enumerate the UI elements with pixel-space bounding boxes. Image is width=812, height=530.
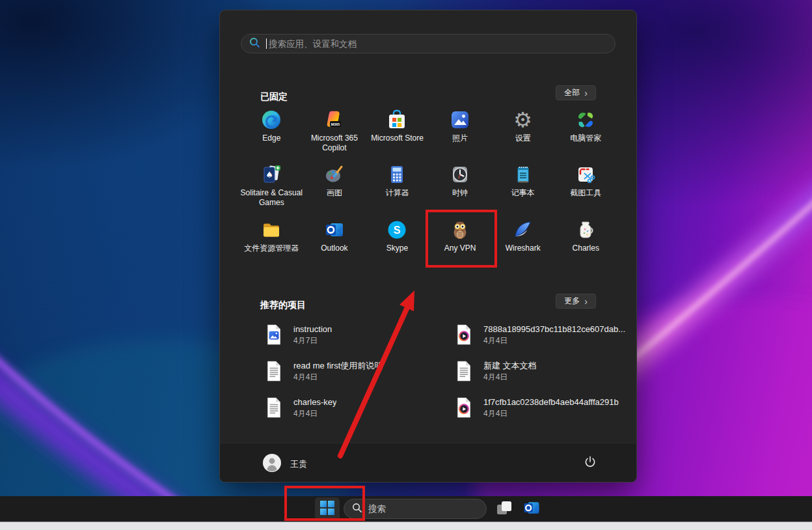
app-tile-snipping-tool[interactable]: 截图工具 [554,163,617,218]
file-name: 1f7cfb1ac0238defb4aeb44afffa291b [483,397,619,408]
app-tile-photos[interactable]: 照片 [429,108,492,163]
file-explorer-icon [261,219,282,240]
text-file-icon [265,397,282,418]
background-window-strip [0,522,812,530]
app-label: Outlook [321,244,347,253]
app-label: 时钟 [452,188,468,198]
taskbar [0,496,812,522]
settings-gear-icon: ⚙ [513,109,534,130]
pinned-app-grid: Edge M365 Microsoft 365 Copilot [240,108,617,273]
app-tile-skype[interactable]: S Skype [366,218,429,273]
snipping-tool-icon [575,164,596,185]
app-tile-calculator[interactable]: 计算器 [366,163,429,218]
app-tile-any-vpn[interactable]: Any VPN [429,218,492,273]
start-search-input[interactable] [269,39,607,49]
media-file-icon [455,324,472,345]
file-date: 4月4日 [483,335,625,346]
text-file-icon [455,361,472,382]
avatar-icon [263,454,281,475]
app-label: 文件资源管理器 [244,244,299,253]
app-tile-charles[interactable]: Charles [554,218,617,273]
taskbar-search-input[interactable] [368,504,483,514]
svg-text:♠: ♠ [265,170,273,180]
file-date: 4月4日 [483,372,537,382]
app-tile-file-explorer[interactable]: 文件资源管理器 [240,218,303,273]
file-name: instruction [293,324,332,335]
wireshark-icon [513,219,534,240]
outlook-icon [522,499,541,520]
windows-start-icon [320,501,334,518]
recommended-item-instruction[interactable]: instruction 4月7日 [263,316,453,353]
svg-text:S: S [394,225,401,236]
calculator-icon [386,164,407,185]
app-label: 记事本 [511,188,535,198]
recommended-more-button[interactable]: 更多 › [556,294,596,309]
recommended-list: instruction 4月7日 7888a18995d37bc11b812ce… [263,316,643,426]
chevron-right-icon: › [584,89,588,98]
app-label: 计算器 [385,188,409,198]
app-tile-solitaire[interactable]: ♠ Solitaire & Casual Games [240,163,303,218]
file-name: 新建 文本文档 [483,361,537,371]
app-label: 电脑管家 [570,133,601,143]
notepad-icon [513,164,534,185]
app-tile-m365-copilot[interactable]: M365 Microsoft 365 Copilot [303,108,366,163]
media-file-icon [455,397,472,418]
charles-icon [575,219,596,240]
photos-icon [450,109,470,130]
app-label: Skype [386,244,408,253]
search-icon [249,37,260,51]
task-view-icon [496,499,513,519]
text-file-icon [265,361,282,382]
skype-icon: S [386,219,407,240]
app-label: 截图工具 [570,188,601,198]
file-date: 4月4日 [293,372,383,382]
app-tile-microsoft-store[interactable]: Microsoft Store [366,108,429,163]
power-icon [584,455,597,471]
app-label: Microsoft 365 Copilot [303,133,366,153]
app-tile-notepad[interactable]: 记事本 [491,163,554,218]
user-profile-button[interactable]: 王贵 [263,454,307,475]
task-view-button[interactable] [494,499,514,519]
search-icon [352,503,362,516]
file-name: 7888a18995d37bc11b812ce607dab... [483,324,625,335]
app-tile-paint[interactable]: 画图 [303,163,366,218]
text-cursor [266,38,267,49]
app-tile-settings[interactable]: ⚙ 设置 [491,108,554,163]
outlook-icon [324,219,345,240]
start-search-box[interactable] [241,34,616,53]
app-label: Microsoft Store [371,133,424,143]
taskbar-outlook-button[interactable] [522,499,541,519]
pc-manager-icon [575,109,596,130]
recommended-item-new-text-doc[interactable]: 新建 文本文档 4月4日 [453,353,643,389]
desktop: 已固定 全部 › Edge [0,0,812,530]
app-tile-clock[interactable]: 时钟 [429,163,492,218]
file-name: charles-key [293,397,336,408]
pinned-all-button[interactable]: 全部 › [556,85,596,100]
recommended-item-7888a[interactable]: 7888a18995d37bc11b812ce607dab... 4月4日 [453,316,643,353]
app-tile-wireshark[interactable]: Wireshark [491,218,554,273]
file-date: 4月7日 [293,335,332,346]
power-button[interactable] [582,454,599,471]
recommended-item-read-me-first[interactable]: read me first使用前说明 4月4日 [263,353,453,389]
recommended-item-1f7cfb[interactable]: 1f7cfb1ac0238defb4aeb44afffa291b 4月4日 [453,389,643,426]
app-tile-pc-manager[interactable]: 电脑管家 [554,108,617,163]
pinned-section-title: 已固定 [260,91,288,103]
start-button[interactable] [315,497,340,521]
taskbar-search-box[interactable] [344,499,487,519]
start-menu-footer: 王贵 [220,443,636,482]
app-label: Edge [262,133,280,143]
app-tile-edge[interactable]: Edge [240,108,303,163]
clock-icon [450,164,470,185]
app-label: Charles [573,244,599,253]
any-vpn-owl-icon [450,219,470,240]
app-label: Solitaire & Casual Games [240,188,303,208]
image-file-icon [265,324,282,345]
app-label: 照片 [452,133,468,143]
file-date: 4月4日 [293,408,336,419]
m365-copilot-icon: M365 [324,109,345,130]
app-tile-outlook[interactable]: Outlook [303,218,366,273]
recommended-item-charles-key[interactable]: charles-key 4月4日 [263,389,453,426]
svg-text:M365: M365 [331,122,340,126]
solitaire-icon: ♠ [261,164,282,185]
start-menu-panel: 已固定 全部 › Edge [220,10,636,482]
